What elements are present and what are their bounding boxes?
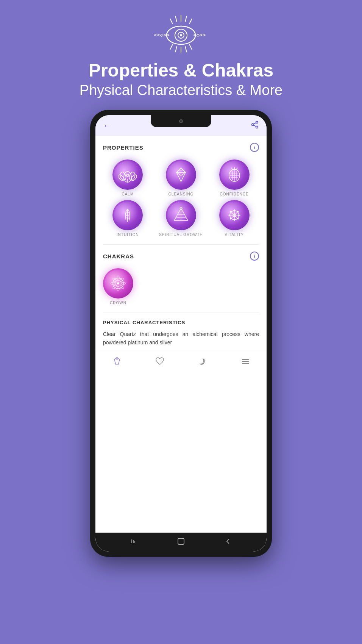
- property-spiritual-growth[interactable]: SPIRITUAL GROWTH: [156, 200, 206, 237]
- svg-line-20: [254, 123, 256, 124]
- share-button[interactable]: [251, 120, 259, 131]
- property-confidence[interactable]: CONFIDENCE: [209, 159, 259, 196]
- svg-line-1: [185, 16, 187, 22]
- crown-label: CROWN: [110, 301, 126, 305]
- properties-header: PROPERTIES i: [95, 136, 267, 156]
- physical-title: PHYSICAL CHARACTERISTICS: [103, 320, 259, 325]
- svg-point-17: [252, 123, 254, 126]
- intuition-label: INTUITION: [117, 233, 139, 237]
- property-calm-circle: [112, 159, 143, 190]
- svg-line-6: [185, 46, 187, 52]
- properties-info-icon[interactable]: i: [250, 143, 259, 152]
- page-subtitle: Physical Characteristics & More: [80, 82, 282, 98]
- confidence-label: CONFIDENCE: [220, 192, 249, 196]
- svg-line-8: [175, 46, 177, 52]
- property-vitality[interactable]: VITALITY: [209, 200, 259, 237]
- svg-line-4: [170, 19, 173, 24]
- svg-point-60: [230, 218, 231, 219]
- phone-screen: ← PROPERTIES i: [95, 115, 267, 552]
- calm-label: CALM: [122, 192, 134, 196]
- property-intuition-circle: [112, 200, 143, 230]
- svg-point-76: [204, 359, 205, 360]
- physical-characteristics-section: PHYSICAL CHARACTERISTICS Clear Quartz th…: [95, 313, 267, 351]
- property-confidence-circle: [219, 159, 250, 190]
- properties-title: PROPERTIES: [103, 144, 144, 151]
- chakra-crown-circle: [103, 268, 133, 299]
- chakras-header: CHAKRAS i: [95, 245, 267, 264]
- svg-line-19: [254, 125, 256, 127]
- svg-line-7: [189, 44, 192, 50]
- bottom-navigation: [95, 351, 267, 372]
- svg-point-16: [256, 121, 258, 123]
- nav-crystal[interactable]: [106, 355, 128, 368]
- cleansing-label: CLEANSING: [169, 192, 194, 196]
- svg-marker-28: [176, 168, 186, 181]
- chakras-grid: CROWN: [95, 264, 267, 313]
- camera-dot: [179, 119, 183, 123]
- svg-point-55: [234, 219, 235, 220]
- svg-point-61: [237, 218, 239, 219]
- spiritual-growth-label: SPIRITUAL GROWTH: [159, 233, 203, 237]
- svg-point-58: [230, 211, 231, 213]
- svg-point-59: [237, 211, 239, 213]
- svg-line-9: [170, 44, 173, 50]
- property-cleansing[interactable]: CLEANSING: [156, 159, 206, 196]
- header-section: <<◇>> <◇>> Properties & Chakras Physical…: [0, 0, 362, 110]
- svg-point-27: [126, 174, 129, 177]
- eye-icon: <<◇>> <◇>>: [151, 11, 211, 57]
- home-button[interactable]: [177, 537, 185, 547]
- phone-camera-bar: [151, 115, 211, 127]
- svg-rect-83: [178, 538, 184, 544]
- nav-menu[interactable]: [234, 355, 256, 368]
- chakra-crown[interactable]: CROWN: [103, 268, 133, 305]
- nav-favorites[interactable]: [149, 355, 171, 368]
- nav-moon[interactable]: [192, 355, 214, 368]
- recents-button[interactable]: [130, 538, 138, 547]
- svg-line-3: [175, 16, 177, 22]
- page-title: Properties & Chakras: [89, 60, 273, 81]
- app-content: PROPERTIES i: [95, 136, 267, 533]
- property-spiritual-circle: [166, 200, 196, 230]
- property-cleansing-circle: [166, 159, 196, 190]
- svg-marker-29: [176, 168, 186, 175]
- svg-point-65: [117, 282, 119, 284]
- properties-grid: CALM CLEANSING: [95, 156, 267, 244]
- physical-text: Clear Quartz that undergoes an alchemica…: [103, 330, 259, 347]
- property-vitality-circle: [219, 200, 250, 230]
- vitality-label: VITALITY: [225, 233, 244, 237]
- phone-device: ← PROPERTIES i: [90, 110, 272, 557]
- svg-point-54: [234, 210, 235, 211]
- svg-marker-74: [114, 357, 120, 365]
- property-intuition[interactable]: INTUITION: [103, 200, 153, 237]
- back-system-button[interactable]: [224, 538, 232, 547]
- svg-point-57: [238, 214, 240, 216]
- svg-point-18: [256, 126, 258, 128]
- svg-point-56: [229, 214, 231, 216]
- svg-line-2: [189, 19, 192, 24]
- phone-system-bar: [95, 533, 267, 552]
- chakras-title: CHAKRAS: [103, 253, 134, 259]
- svg-point-15: [180, 34, 182, 36]
- chakras-info-icon[interactable]: i: [250, 252, 259, 261]
- back-button[interactable]: ←: [103, 121, 111, 131]
- property-calm[interactable]: CALM: [103, 159, 153, 196]
